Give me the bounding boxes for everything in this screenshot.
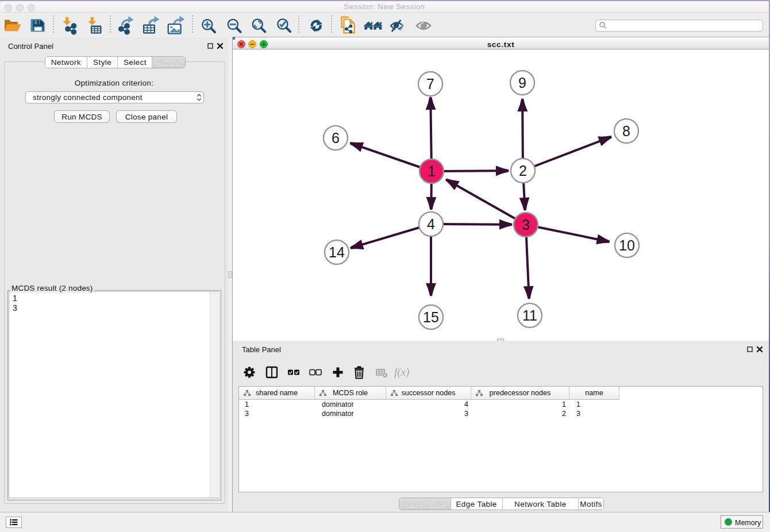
svg-text:7: 7 [426, 76, 434, 92]
svg-text:6: 6 [332, 130, 340, 146]
svg-text:11: 11 [522, 307, 537, 323]
svg-text:9: 9 [518, 75, 526, 91]
svg-text:f(x): f(x) [394, 366, 409, 379]
svg-text:10: 10 [619, 237, 635, 253]
svg-text:3: 3 [522, 217, 530, 233]
svg-text:8: 8 [622, 123, 630, 139]
svg-text:14: 14 [329, 244, 345, 260]
svg-text:1: 1 [428, 163, 436, 179]
svg-text:15: 15 [423, 309, 439, 325]
svg-text:4: 4 [427, 216, 435, 232]
svg-text:2: 2 [519, 163, 527, 179]
